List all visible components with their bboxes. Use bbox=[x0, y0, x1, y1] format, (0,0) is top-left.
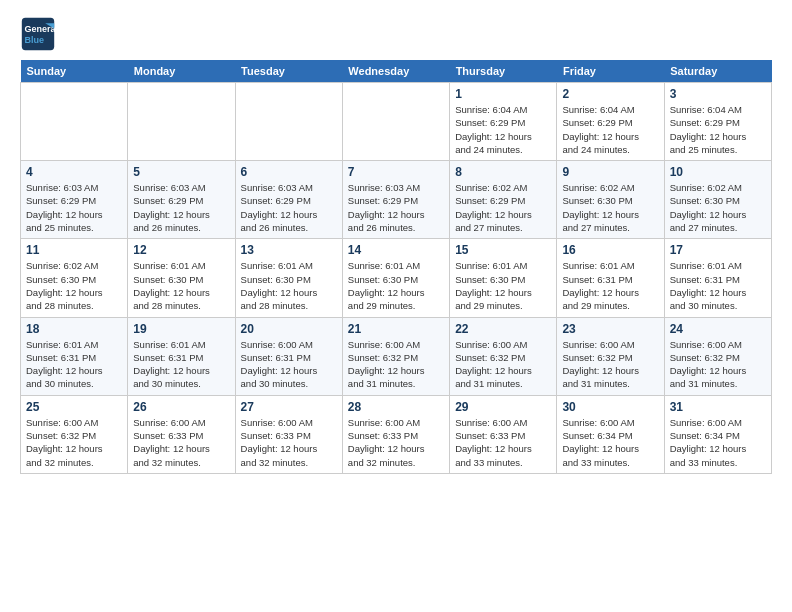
calendar-cell: 23Sunrise: 6:00 AM Sunset: 6:32 PM Dayli… bbox=[557, 317, 664, 395]
day-detail: Sunrise: 6:02 AM Sunset: 6:30 PM Dayligh… bbox=[562, 181, 658, 234]
day-number: 26 bbox=[133, 400, 229, 414]
day-number: 5 bbox=[133, 165, 229, 179]
calendar-cell bbox=[342, 83, 449, 161]
day-number: 16 bbox=[562, 243, 658, 257]
calendar-cell: 19Sunrise: 6:01 AM Sunset: 6:31 PM Dayli… bbox=[128, 317, 235, 395]
calendar-cell: 31Sunrise: 6:00 AM Sunset: 6:34 PM Dayli… bbox=[664, 395, 771, 473]
calendar-cell: 6Sunrise: 6:03 AM Sunset: 6:29 PM Daylig… bbox=[235, 161, 342, 239]
calendar-week-row: 25Sunrise: 6:00 AM Sunset: 6:32 PM Dayli… bbox=[21, 395, 772, 473]
day-detail: Sunrise: 6:04 AM Sunset: 6:29 PM Dayligh… bbox=[455, 103, 551, 156]
calendar-cell bbox=[21, 83, 128, 161]
day-number: 31 bbox=[670, 400, 766, 414]
day-header-monday: Monday bbox=[128, 60, 235, 83]
calendar-cell: 24Sunrise: 6:00 AM Sunset: 6:32 PM Dayli… bbox=[664, 317, 771, 395]
day-number: 20 bbox=[241, 322, 337, 336]
calendar-header-row: SundayMondayTuesdayWednesdayThursdayFrid… bbox=[21, 60, 772, 83]
calendar-week-row: 11Sunrise: 6:02 AM Sunset: 6:30 PM Dayli… bbox=[21, 239, 772, 317]
calendar-cell: 15Sunrise: 6:01 AM Sunset: 6:30 PM Dayli… bbox=[450, 239, 557, 317]
day-detail: Sunrise: 6:02 AM Sunset: 6:29 PM Dayligh… bbox=[455, 181, 551, 234]
day-number: 4 bbox=[26, 165, 122, 179]
day-number: 22 bbox=[455, 322, 551, 336]
day-detail: Sunrise: 6:01 AM Sunset: 6:30 PM Dayligh… bbox=[133, 259, 229, 312]
calendar-cell: 28Sunrise: 6:00 AM Sunset: 6:33 PM Dayli… bbox=[342, 395, 449, 473]
calendar-cell: 3Sunrise: 6:04 AM Sunset: 6:29 PM Daylig… bbox=[664, 83, 771, 161]
calendar-week-row: 18Sunrise: 6:01 AM Sunset: 6:31 PM Dayli… bbox=[21, 317, 772, 395]
day-detail: Sunrise: 6:00 AM Sunset: 6:34 PM Dayligh… bbox=[670, 416, 766, 469]
day-detail: Sunrise: 6:00 AM Sunset: 6:33 PM Dayligh… bbox=[455, 416, 551, 469]
day-number: 14 bbox=[348, 243, 444, 257]
day-number: 13 bbox=[241, 243, 337, 257]
calendar-table: SundayMondayTuesdayWednesdayThursdayFrid… bbox=[20, 60, 772, 474]
day-number: 25 bbox=[26, 400, 122, 414]
calendar-cell: 20Sunrise: 6:00 AM Sunset: 6:31 PM Dayli… bbox=[235, 317, 342, 395]
day-number: 2 bbox=[562, 87, 658, 101]
day-header-sunday: Sunday bbox=[21, 60, 128, 83]
svg-text:Blue: Blue bbox=[25, 35, 45, 45]
logo-icon: General Blue bbox=[20, 16, 56, 52]
day-number: 29 bbox=[455, 400, 551, 414]
day-number: 28 bbox=[348, 400, 444, 414]
day-number: 30 bbox=[562, 400, 658, 414]
day-detail: Sunrise: 6:03 AM Sunset: 6:29 PM Dayligh… bbox=[241, 181, 337, 234]
day-number: 21 bbox=[348, 322, 444, 336]
day-detail: Sunrise: 6:01 AM Sunset: 6:31 PM Dayligh… bbox=[670, 259, 766, 312]
day-number: 15 bbox=[455, 243, 551, 257]
day-header-thursday: Thursday bbox=[450, 60, 557, 83]
day-detail: Sunrise: 6:01 AM Sunset: 6:30 PM Dayligh… bbox=[455, 259, 551, 312]
day-header-saturday: Saturday bbox=[664, 60, 771, 83]
calendar-cell: 21Sunrise: 6:00 AM Sunset: 6:32 PM Dayli… bbox=[342, 317, 449, 395]
day-detail: Sunrise: 6:01 AM Sunset: 6:31 PM Dayligh… bbox=[133, 338, 229, 391]
day-number: 8 bbox=[455, 165, 551, 179]
day-number: 7 bbox=[348, 165, 444, 179]
day-detail: Sunrise: 6:02 AM Sunset: 6:30 PM Dayligh… bbox=[26, 259, 122, 312]
calendar-cell: 10Sunrise: 6:02 AM Sunset: 6:30 PM Dayli… bbox=[664, 161, 771, 239]
day-number: 18 bbox=[26, 322, 122, 336]
day-header-tuesday: Tuesday bbox=[235, 60, 342, 83]
day-number: 17 bbox=[670, 243, 766, 257]
day-detail: Sunrise: 6:00 AM Sunset: 6:32 PM Dayligh… bbox=[348, 338, 444, 391]
day-header-wednesday: Wednesday bbox=[342, 60, 449, 83]
day-number: 24 bbox=[670, 322, 766, 336]
calendar-week-row: 1Sunrise: 6:04 AM Sunset: 6:29 PM Daylig… bbox=[21, 83, 772, 161]
day-number: 1 bbox=[455, 87, 551, 101]
day-detail: Sunrise: 6:00 AM Sunset: 6:32 PM Dayligh… bbox=[670, 338, 766, 391]
day-detail: Sunrise: 6:03 AM Sunset: 6:29 PM Dayligh… bbox=[348, 181, 444, 234]
day-number: 3 bbox=[670, 87, 766, 101]
day-detail: Sunrise: 6:01 AM Sunset: 6:31 PM Dayligh… bbox=[562, 259, 658, 312]
day-detail: Sunrise: 6:03 AM Sunset: 6:29 PM Dayligh… bbox=[133, 181, 229, 234]
calendar-cell: 18Sunrise: 6:01 AM Sunset: 6:31 PM Dayli… bbox=[21, 317, 128, 395]
calendar-cell: 1Sunrise: 6:04 AM Sunset: 6:29 PM Daylig… bbox=[450, 83, 557, 161]
calendar-cell: 29Sunrise: 6:00 AM Sunset: 6:33 PM Dayli… bbox=[450, 395, 557, 473]
calendar-cell: 30Sunrise: 6:00 AM Sunset: 6:34 PM Dayli… bbox=[557, 395, 664, 473]
day-detail: Sunrise: 6:02 AM Sunset: 6:30 PM Dayligh… bbox=[670, 181, 766, 234]
calendar-week-row: 4Sunrise: 6:03 AM Sunset: 6:29 PM Daylig… bbox=[21, 161, 772, 239]
calendar-cell: 22Sunrise: 6:00 AM Sunset: 6:32 PM Dayli… bbox=[450, 317, 557, 395]
calendar-cell: 26Sunrise: 6:00 AM Sunset: 6:33 PM Dayli… bbox=[128, 395, 235, 473]
day-detail: Sunrise: 6:00 AM Sunset: 6:34 PM Dayligh… bbox=[562, 416, 658, 469]
calendar-cell: 17Sunrise: 6:01 AM Sunset: 6:31 PM Dayli… bbox=[664, 239, 771, 317]
calendar-cell: 8Sunrise: 6:02 AM Sunset: 6:29 PM Daylig… bbox=[450, 161, 557, 239]
calendar-cell: 9Sunrise: 6:02 AM Sunset: 6:30 PM Daylig… bbox=[557, 161, 664, 239]
calendar-cell bbox=[128, 83, 235, 161]
day-detail: Sunrise: 6:00 AM Sunset: 6:31 PM Dayligh… bbox=[241, 338, 337, 391]
calendar-cell: 13Sunrise: 6:01 AM Sunset: 6:30 PM Dayli… bbox=[235, 239, 342, 317]
day-number: 11 bbox=[26, 243, 122, 257]
day-detail: Sunrise: 6:01 AM Sunset: 6:30 PM Dayligh… bbox=[348, 259, 444, 312]
header: General Blue bbox=[20, 16, 772, 52]
day-detail: Sunrise: 6:04 AM Sunset: 6:29 PM Dayligh… bbox=[670, 103, 766, 156]
calendar-cell: 25Sunrise: 6:00 AM Sunset: 6:32 PM Dayli… bbox=[21, 395, 128, 473]
calendar-cell: 4Sunrise: 6:03 AM Sunset: 6:29 PM Daylig… bbox=[21, 161, 128, 239]
day-detail: Sunrise: 6:04 AM Sunset: 6:29 PM Dayligh… bbox=[562, 103, 658, 156]
day-header-friday: Friday bbox=[557, 60, 664, 83]
calendar-cell: 7Sunrise: 6:03 AM Sunset: 6:29 PM Daylig… bbox=[342, 161, 449, 239]
calendar-cell: 14Sunrise: 6:01 AM Sunset: 6:30 PM Dayli… bbox=[342, 239, 449, 317]
day-detail: Sunrise: 6:01 AM Sunset: 6:31 PM Dayligh… bbox=[26, 338, 122, 391]
day-number: 19 bbox=[133, 322, 229, 336]
calendar-cell: 12Sunrise: 6:01 AM Sunset: 6:30 PM Dayli… bbox=[128, 239, 235, 317]
day-detail: Sunrise: 6:01 AM Sunset: 6:30 PM Dayligh… bbox=[241, 259, 337, 312]
day-detail: Sunrise: 6:00 AM Sunset: 6:33 PM Dayligh… bbox=[241, 416, 337, 469]
day-number: 12 bbox=[133, 243, 229, 257]
calendar-cell bbox=[235, 83, 342, 161]
day-detail: Sunrise: 6:00 AM Sunset: 6:32 PM Dayligh… bbox=[455, 338, 551, 391]
day-number: 9 bbox=[562, 165, 658, 179]
